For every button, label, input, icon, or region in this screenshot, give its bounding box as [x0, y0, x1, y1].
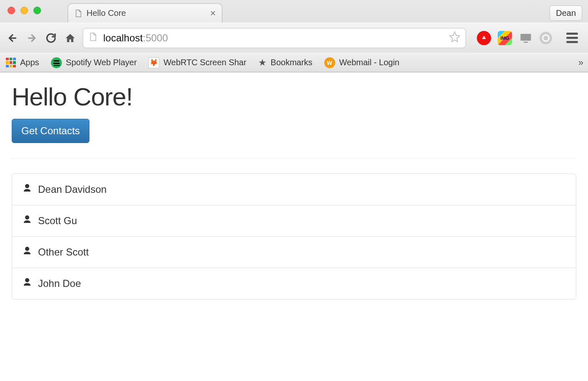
forward-button[interactable] [25, 31, 38, 45]
tab-title: Hello Core [87, 8, 126, 18]
close-tab-icon[interactable]: ✕ [210, 9, 216, 18]
svg-rect-0 [521, 34, 531, 41]
profile-button[interactable]: Dean [550, 5, 582, 21]
bookmark-label: Webmail - Login [339, 58, 400, 67]
page-content: Hello Core! Get Contacts Dean DavidsonSc… [0, 72, 588, 309]
monitor-extension-icon[interactable] [519, 31, 533, 45]
new-tab-button[interactable] [221, 6, 247, 23]
user-icon [22, 277, 32, 290]
spotify-icon [51, 57, 62, 68]
bookmarks-bar: Apps Spotify Web Player 🦊 WebRTC Screen … [0, 53, 588, 72]
bookmark-star-icon[interactable] [449, 31, 461, 45]
spotify-bookmark[interactable]: Spotify Web Player [51, 57, 137, 68]
page-heading: Hello Core! [12, 82, 576, 111]
bookmarks-overflow-icon[interactable]: » [578, 57, 582, 68]
svg-rect-1 [524, 41, 528, 43]
circle-extension-icon[interactable] [540, 32, 552, 44]
bookmark-label: Bookmarks [271, 58, 313, 67]
bookmarks-folder[interactable]: ★ Bookmarks [258, 57, 313, 68]
contact-list: Dean DavidsonScott GuOther ScottJohn Doe [12, 174, 576, 299]
minimize-window-button[interactable] [20, 7, 28, 14]
webrtc-bookmark[interactable]: 🦊 WebRTC Screen Shar [148, 57, 246, 68]
close-window-button[interactable] [8, 7, 15, 14]
home-button[interactable] [64, 31, 77, 45]
browser-tab[interactable]: Hello Core ✕ [68, 3, 222, 23]
contact-name: John Doe [38, 278, 81, 289]
bookmark-label: Apps [20, 58, 39, 67]
user-icon [22, 215, 32, 227]
reload-button[interactable] [44, 31, 58, 45]
menu-button[interactable] [566, 33, 578, 43]
apps-bookmark[interactable]: Apps [6, 58, 39, 68]
extension-icons: IMG [477, 31, 552, 45]
contact-list-item[interactable]: Dean Davidson [12, 174, 576, 205]
contact-name: Other Scott [38, 246, 89, 258]
divider [12, 158, 576, 159]
bookmark-label: WebRTC Screen Shar [163, 58, 246, 67]
star-icon: ★ [258, 57, 267, 68]
window-controls [8, 7, 41, 14]
url-host: localhost [103, 32, 143, 44]
file-icon [74, 8, 82, 18]
contact-list-item[interactable]: Scott Gu [12, 205, 576, 237]
contact-name: Dean Davidson [38, 184, 107, 195]
img-extension-icon[interactable]: IMG [498, 31, 512, 45]
browser-chrome: Hello Core ✕ Dean localhost:5000 [0, 0, 588, 72]
webmail-icon: w [324, 57, 335, 68]
contact-name: Scott Gu [38, 215, 77, 227]
apps-grid-icon [6, 58, 16, 68]
toolbar: localhost:5000 IMG [0, 23, 588, 53]
contact-list-item[interactable]: Other Scott [12, 237, 576, 268]
contact-list-item[interactable]: John Doe [12, 268, 576, 299]
back-button[interactable] [6, 31, 19, 45]
user-icon [22, 246, 32, 258]
webmail-bookmark[interactable]: w Webmail - Login [324, 57, 400, 68]
fox-icon: 🦊 [148, 57, 159, 68]
maximize-window-button[interactable] [33, 7, 41, 14]
get-contacts-button[interactable]: Get Contacts [12, 119, 89, 143]
bookmark-label: Spotify Web Player [66, 58, 137, 67]
address-bar[interactable]: localhost:5000 [83, 28, 466, 48]
user-icon [22, 183, 32, 196]
adblock-icon[interactable] [477, 31, 491, 45]
tab-strip: Hello Core ✕ Dean [0, 0, 588, 23]
url-port: :5000 [143, 32, 168, 44]
page-icon [88, 31, 97, 45]
